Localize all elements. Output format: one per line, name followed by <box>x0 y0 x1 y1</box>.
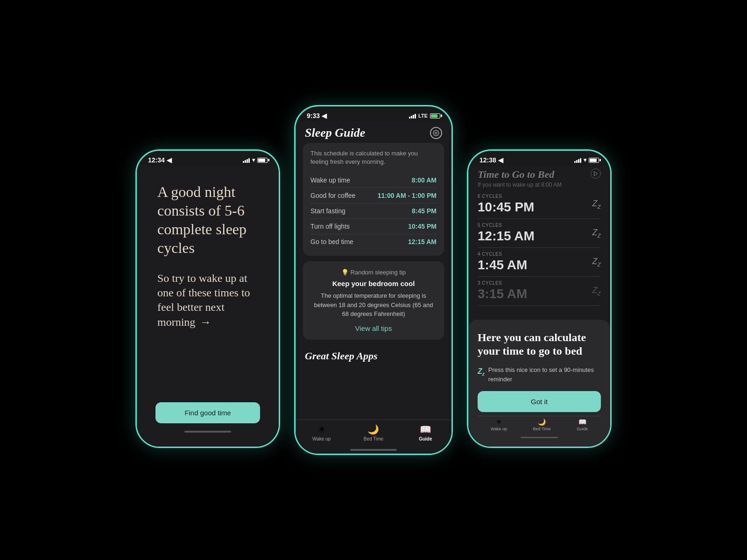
cycle-label-6: 6 CYCLES <box>478 194 534 199</box>
tab-guide[interactable]: 📖 Guide <box>400 424 451 441</box>
center-header: Sleep Guide <box>296 121 451 143</box>
home-indicator-right <box>521 437 558 438</box>
wakeup-tab-label: Wake up <box>312 436 331 441</box>
signal-icon-right <box>574 158 581 163</box>
status-bar-left: 12:34 ◀ ▾ <box>137 151 279 166</box>
right-tab-bar: ☀ Wake up 🌙 Bed Time 📖 Guide <box>478 416 601 435</box>
schedule-label-bed: Go to bed time <box>310 238 353 245</box>
bedtime-tab-icon: 🌙 <box>367 424 379 435</box>
phones-container: 12:34 ◀ ▾ A good night consists of 5-6 c… <box>135 105 612 455</box>
schedule-value-coffee: 11:00 AM - 1:00 PM <box>378 192 437 199</box>
schedule-label-fasting: Start fasting <box>310 207 345 215</box>
tip-card: 💡 Random sleeping tip Keep your bedroom … <box>303 261 444 340</box>
status-bar-right: 12:38 ◀ ▾ <box>468 151 610 166</box>
home-indicator-left <box>184 431 231 433</box>
cycle-label-5: 5 CYCLES <box>478 223 535 228</box>
schedule-value-wakeup: 8:00 AM <box>412 176 437 184</box>
cycle-label-4: 4 CYCLES <box>478 252 527 257</box>
schedule-row-fasting: Start fasting 8:45 PM <box>310 203 437 219</box>
time-to-go-title: Time to Go to Bed <box>478 168 562 181</box>
find-good-time-button[interactable]: Find good time <box>155 402 260 423</box>
right-screen: Time to Go to Bed If you want to wake up… <box>468 166 610 447</box>
left-headline: A good night consists of 5-6 complete sl… <box>157 182 258 257</box>
got-it-button[interactable]: Got it <box>478 391 601 412</box>
signal-icon-center <box>409 113 416 119</box>
schedule-label-wakeup: Wake up time <box>310 176 350 184</box>
arrow-right-icon: → <box>200 315 211 329</box>
cycle-time-4: 1:45 AM <box>478 258 527 273</box>
phone-right: 12:38 ◀ ▾ Time to Go to Bed If you want <box>467 149 612 448</box>
right-wakeup-label: Wake up <box>491 427 507 431</box>
status-icons-center: LTE <box>409 113 440 119</box>
guide-tab-label: Guide <box>419 436 432 441</box>
phone-left: 12:34 ◀ ▾ A good night consists of 5-6 c… <box>135 149 280 448</box>
zzz-icon-3: Zz <box>592 286 601 297</box>
tip-title: Keep your bedroom cool <box>310 280 437 287</box>
schedule-description: This schedule is calculated to make you … <box>310 149 437 166</box>
left-subtext: So try to wake up at one of these times … <box>157 271 258 329</box>
cycle-item-5: 5 CYCLES 12:15 AM Zz <box>478 219 601 248</box>
right-title-area: Time to Go to Bed If you want to wake up… <box>478 168 562 188</box>
bedtime-tab-label: Bed Time <box>364 436 383 441</box>
status-time-left: 12:34 ◀ <box>148 156 172 164</box>
left-screen: A good night consists of 5-6 complete sl… <box>137 166 279 447</box>
cycle-item-4: 4 CYCLES 1:45 AM Zz <box>478 248 601 277</box>
schedule-value-bed: 12:15 AM <box>408 238 437 245</box>
cycle-time-6: 10:45 PM <box>478 200 534 215</box>
schedule-row-lights: Turn off lights 10:45 PM <box>310 219 437 234</box>
schedule-row-wakeup: Wake up time 8:00 AM <box>310 173 437 188</box>
wakeup-tab-icon: ☀ <box>317 424 326 435</box>
cycle-label-3: 3 CYCLES <box>478 280 527 286</box>
status-time-center: 9:33 ◀ <box>307 112 327 119</box>
guide-tab-icon: 📖 <box>420 424 431 435</box>
home-indicator-center <box>350 449 397 451</box>
schedule-card: This schedule is calculated to make you … <box>303 143 444 256</box>
schedule-row-coffee: Good for coffee 11:00 AM - 1:00 PM <box>310 188 437 203</box>
schedule-label-lights: Turn off lights <box>310 223 350 230</box>
overlay-title: Here you can calculate your time to go t… <box>478 331 601 358</box>
gear-icon-center[interactable] <box>430 127 442 139</box>
battery-icon-right <box>589 158 599 163</box>
wifi-icon-right: ▾ <box>584 157 586 163</box>
battery-icon-center <box>430 113 440 119</box>
tab-bar-center: ☀ Wake up 🌙 Bed Time 📖 Guide <box>296 420 451 447</box>
cycle-item-3: 3 CYCLES 3:15 AM Zz <box>478 277 601 306</box>
tip-body: The optimal temperature for sleeping is … <box>310 291 437 319</box>
cycle-time-3: 3:15 AM <box>478 287 527 301</box>
view-all-tips-link[interactable]: View all tips <box>310 324 437 332</box>
right-tab-wakeup[interactable]: ☀ Wake up <box>491 418 507 431</box>
schedule-label-coffee: Good for coffee <box>310 192 355 199</box>
center-screen[interactable]: Sleep Guide This schedule is calculated … <box>296 121 451 454</box>
battery-icon-left <box>257 158 268 163</box>
status-bar-center: 9:33 ◀ LTE <box>296 106 451 121</box>
tab-bedtime[interactable]: 🌙 Bed Time <box>347 424 399 441</box>
tip-section-label: 💡 Random sleeping tip <box>310 269 437 276</box>
overlay-description: Zz Press this nice icon to set a 90-minu… <box>478 365 601 384</box>
schedule-row-bed: Go to bed time 12:15 AM <box>310 234 437 249</box>
svg-point-0 <box>435 132 437 134</box>
status-icons-left: ▾ <box>243 157 268 163</box>
wifi-icon-left: ▾ <box>252 157 255 163</box>
right-bedtime-label: Bed Time <box>533 427 551 431</box>
right-top-section: Time to Go to Bed If you want to wake up… <box>468 166 610 190</box>
right-bedtime-icon: 🌙 <box>538 418 546 426</box>
zzz-icon-5: Zz <box>592 228 601 239</box>
overlay-card: Here you can calculate your time to go t… <box>468 320 610 447</box>
status-icons-right: ▾ <box>574 157 599 163</box>
settings-icon-right[interactable] <box>591 168 601 179</box>
schedule-value-fasting: 8:45 PM <box>412 207 437 215</box>
right-wakeup-icon: ☀ <box>496 418 502 426</box>
lte-badge-center: LTE <box>418 113 428 119</box>
phone-center: 9:33 ◀ LTE Sleep Guide <box>294 105 453 455</box>
right-guide-label: Guide <box>577 427 588 431</box>
right-guide-icon: 📖 <box>578 418 586 426</box>
right-tab-guide[interactable]: 📖 Guide <box>577 418 588 431</box>
tab-wakeup[interactable]: ☀ Wake up <box>296 424 347 441</box>
right-tab-bedtime[interactable]: 🌙 Bed Time <box>533 418 551 431</box>
wake-up-subtitle: If you want to wake up at 8:00 AM <box>478 182 562 188</box>
zzz-icon-6: Zz <box>592 199 601 210</box>
sleep-guide-title: Sleep Guide <box>305 126 365 140</box>
cycle-time-5: 12:15 AM <box>478 229 535 244</box>
overlay-desc-text: Press this nice icon to set a 90-minutes… <box>488 365 601 384</box>
zzz-icon-4: Zz <box>592 257 601 268</box>
